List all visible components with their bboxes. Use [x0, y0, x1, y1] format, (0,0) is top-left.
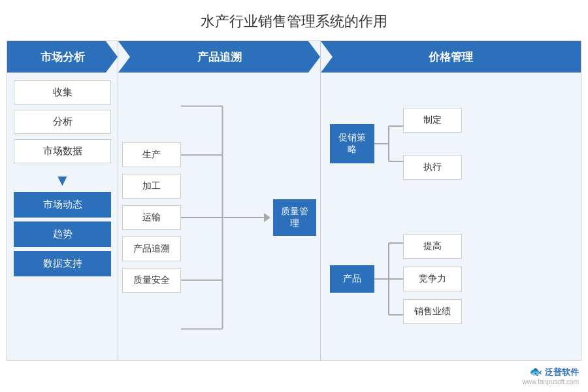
watermark-url: www.fanpusoft.com [522, 378, 579, 385]
col1-blue-box-1: 市场动态 [14, 192, 111, 218]
promo-item-0: 制定 [403, 108, 462, 133]
promo-right-boxes: 制定 执行 [403, 108, 462, 180]
col1-white-box-3: 市场数据 [14, 139, 111, 163]
product-section: 产品 提高 竞争力 销售业绩 [330, 233, 572, 325]
col2-item-1: 加工 [122, 174, 181, 199]
promo-section: 促销策略 制定 执行 [330, 108, 572, 180]
col1-content: 收集 分析 市场数据 ▼ 市场动态 趋势 数据支持 [7, 73, 118, 360]
col2: 产品追溯 生产 加工 运输 产品追溯 质量安全 [118, 41, 321, 360]
watermark-logo: 🐟 泛普软件 [522, 365, 579, 378]
col1-white-box-2: 分析 [14, 110, 111, 134]
col3-content: 促销策略 制定 执行 产品 [321, 73, 581, 360]
product-box: 产品 [330, 265, 374, 293]
quality-management-box: 质量管理 [273, 199, 316, 236]
main-title: 水产行业销售管理系统的作用 [0, 0, 588, 41]
col2-left-list: 生产 加工 运输 产品追溯 质量安全 [122, 82, 181, 353]
col2-item-3: 产品追溯 [122, 237, 181, 261]
col1: 市场分析 收集 分析 市场数据 ▼ 市场动态 趋势 数据支持 [7, 41, 118, 360]
col2-item-2: 运输 [122, 205, 181, 230]
col3-header: 价格管理 [321, 41, 581, 73]
col1-blue-box-3: 数据支持 [14, 251, 111, 276]
diagram-container: 市场分析 收集 分析 市场数据 ▼ 市场动态 趋势 数据支持 产品追溯 生产 加… [7, 41, 581, 361]
col1-white-box-1: 收集 [14, 80, 111, 105]
col2-mid-connector [181, 82, 264, 353]
col1-header: 市场分析 [7, 41, 118, 73]
product-right-boxes: 提高 竞争力 销售业绩 [403, 234, 462, 324]
product-item-0: 提高 [403, 234, 462, 259]
promo-box: 促销策略 [330, 124, 374, 163]
product-item-1: 竞争力 [403, 267, 462, 291]
col2-item-0: 生产 [122, 142, 181, 167]
col3: 价格管理 促销策略 制定 执行 [321, 41, 581, 360]
col1-blue-box-2: 趋势 [14, 221, 111, 247]
watermark: 🐟 泛普软件 www.fanpusoft.com [522, 365, 579, 385]
promo-item-1: 执行 [403, 155, 462, 180]
product-item-2: 销售业绩 [403, 299, 462, 324]
down-arrow-icon: ▼ [14, 171, 111, 189]
col2-item-4: 质量安全 [122, 268, 181, 293]
arrow-right-icon [264, 213, 270, 222]
col2-header: 产品追溯 [118, 41, 320, 73]
col2-right-quality: 质量管理 [264, 82, 316, 353]
col2-inner: 生产 加工 运输 产品追溯 质量安全 [118, 73, 320, 360]
